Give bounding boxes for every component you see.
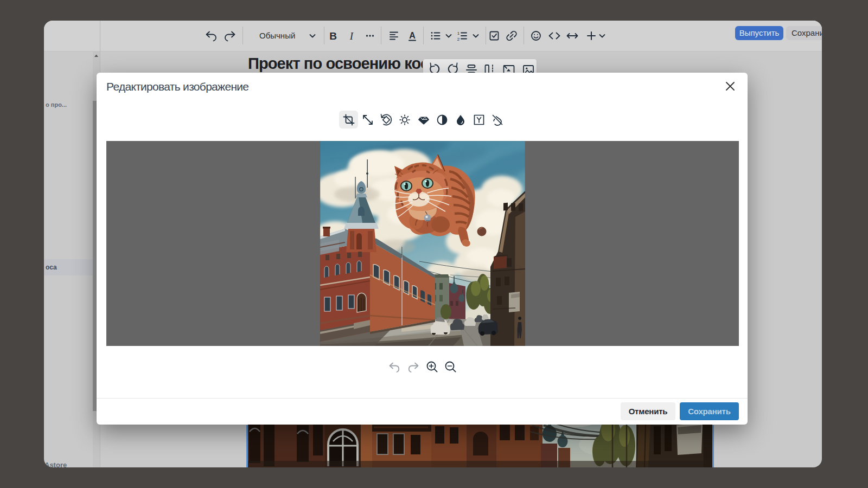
- svg-text:2: 2: [457, 37, 460, 42]
- svg-text:B: B: [329, 30, 337, 42]
- svg-text:A: A: [409, 31, 416, 40]
- svg-text:1: 1: [457, 31, 460, 36]
- svg-text:Обычный: Обычный: [259, 31, 295, 40]
- svg-text:I: I: [349, 30, 354, 42]
